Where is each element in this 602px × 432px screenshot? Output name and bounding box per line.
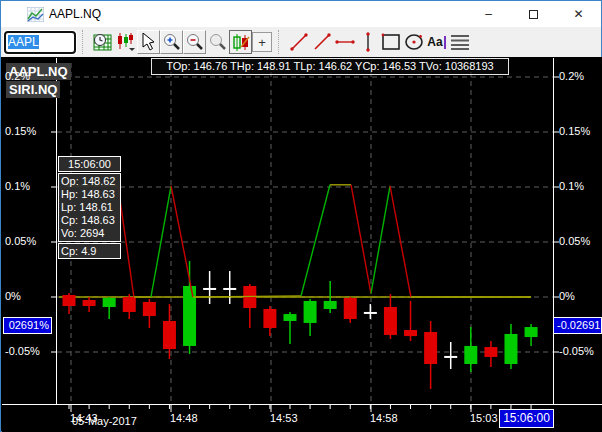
- zoom-out-button[interactable]: [183, 30, 206, 54]
- date-label: 05-May-2017: [72, 415, 137, 427]
- candle-body: [283, 314, 296, 321]
- left-axis-label: -0.05%: [5, 345, 40, 357]
- toolbar: +: [1, 27, 601, 57]
- chart-area[interactable]: TOp: 146.76 THp: 148.91 TLp: 146.62 YCp:…: [2, 57, 602, 432]
- x-axis-label: 14:53: [270, 412, 298, 424]
- right-axis-label: 0.15%: [559, 125, 590, 137]
- candle-body: [464, 346, 477, 364]
- candle-body: [364, 312, 377, 314]
- text-tool[interactable]: Aa: [425, 30, 448, 54]
- candle-body: [444, 356, 457, 358]
- horizontal-line-icon: [334, 32, 356, 52]
- right-axis-label: 0.1%: [559, 180, 584, 192]
- compare-line-segment: [171, 186, 193, 297]
- candle-body: [263, 309, 276, 328]
- candle-body: [344, 298, 357, 319]
- left-axis-label: 0.15%: [5, 125, 36, 137]
- window-title: AAPL.NQ: [49, 7, 101, 21]
- zoom-in-button[interactable]: [160, 30, 183, 54]
- left-axis-label: 0%: [5, 290, 21, 302]
- candle-body: [203, 288, 216, 290]
- candle-body: [424, 332, 437, 364]
- toolbar-separator: [278, 30, 284, 54]
- left-axis-label: 0.1%: [5, 180, 30, 192]
- pointer-tool-button[interactable]: [137, 30, 160, 54]
- zoom-in-icon: [163, 33, 181, 51]
- close-button[interactable]: ✕: [556, 1, 601, 27]
- ray-line-icon: [312, 32, 332, 52]
- right-axis-current-value: -0.02691: [553, 317, 602, 334]
- x-axis-label: 14:58: [370, 412, 398, 424]
- maximize-button[interactable]: [511, 1, 556, 27]
- candle-body: [183, 286, 196, 346]
- crosshair-time-label: 15:06:00: [499, 409, 554, 428]
- compare-line-segment: [301, 185, 330, 296]
- left-axis-label: 0.2%: [5, 70, 30, 82]
- table-clock-icon: [93, 33, 112, 51]
- intraday-table-button[interactable]: [91, 30, 114, 54]
- zoom-out-icon: [186, 33, 204, 51]
- tooltip-high: Hp: 148.63: [61, 188, 118, 201]
- magnifier-icon: [209, 33, 227, 51]
- ray-line-tool[interactable]: [310, 30, 333, 54]
- right-axis-label: 0%: [559, 290, 575, 302]
- symbol-input[interactable]: [4, 31, 76, 54]
- ellipse-icon: [403, 32, 425, 52]
- toolbar-separator: [82, 30, 88, 54]
- text-tool-icon: Aa: [427, 36, 445, 49]
- crosshair-tooltip: 15:06:00 Op: 148.62 Hp: 148.63 Lp: 148.6…: [58, 156, 121, 259]
- candle-body: [163, 321, 176, 349]
- vertical-line-icon: [362, 31, 374, 53]
- compare-line-segment: [390, 186, 411, 297]
- ellipse-tool[interactable]: [402, 30, 425, 54]
- left-axis-label: 0.05%: [5, 235, 36, 247]
- compare-line-segment: [351, 185, 371, 294]
- tooltip-close: Cp: 148.63: [61, 214, 118, 227]
- right-axis-label: 0.05%: [559, 235, 590, 247]
- vertical-line-tool[interactable]: [356, 30, 379, 54]
- trend-line-icon: [289, 32, 309, 52]
- tooltip-open: Op: 148.62: [61, 175, 118, 188]
- horizontal-lines-icon: [449, 33, 471, 51]
- candle-body: [143, 302, 156, 316]
- magnify-region-button[interactable]: [206, 30, 229, 54]
- rectangle-icon: [380, 32, 402, 52]
- candle-body: [384, 307, 397, 335]
- candlestick-style-icon: [116, 32, 136, 52]
- x-axis-label: 14:48: [170, 412, 198, 424]
- app-window: AAPL.NQ – ✕: [0, 0, 602, 432]
- candle-body: [63, 295, 76, 306]
- candle-body: [484, 347, 497, 357]
- compare-line-segment: [371, 186, 390, 294]
- app-chart-icon: [27, 7, 44, 22]
- candle-body: [83, 300, 96, 306]
- compare-line-segment: [151, 186, 171, 297]
- title-bar: AAPL.NQ – ✕: [1, 1, 601, 27]
- minimize-button[interactable]: –: [466, 1, 511, 27]
- right-axis-label: 0.2%: [559, 70, 584, 82]
- tooltip-compare-price: Cp: 4.9: [58, 243, 121, 259]
- cursor-icon: [141, 33, 156, 51]
- x-axis-label: 15:03: [470, 412, 498, 424]
- trend-line-tool[interactable]: [287, 30, 310, 54]
- compare-symbol-button[interactable]: [229, 30, 252, 54]
- add-button[interactable]: +: [252, 32, 272, 52]
- candle-body: [525, 327, 538, 337]
- horizontal-line-tool[interactable]: [333, 30, 356, 54]
- legend-series-siri: SIRI.NQ: [6, 81, 60, 98]
- right-axis-label: -0.05%: [559, 345, 594, 357]
- tooltip-volume: Vo: 2694: [61, 227, 118, 240]
- candle-body: [504, 334, 517, 364]
- tooltip-time: 15:06:00: [58, 156, 121, 172]
- candle-body: [404, 330, 417, 336]
- left-axis-current-value: 02691%: [3, 317, 52, 334]
- rectangle-tool[interactable]: [379, 30, 402, 54]
- candle-body: [223, 288, 236, 290]
- candle-compare-icon: [232, 33, 250, 52]
- fib-lines-tool[interactable]: [448, 30, 471, 54]
- day-summary-box: TOp: 146.76 THp: 148.91 TLp: 146.62 YCp:…: [151, 58, 509, 75]
- chart-style-button[interactable]: [114, 30, 137, 54]
- candle-body: [324, 301, 337, 309]
- maximize-icon: [529, 10, 538, 19]
- candle-body: [304, 301, 317, 323]
